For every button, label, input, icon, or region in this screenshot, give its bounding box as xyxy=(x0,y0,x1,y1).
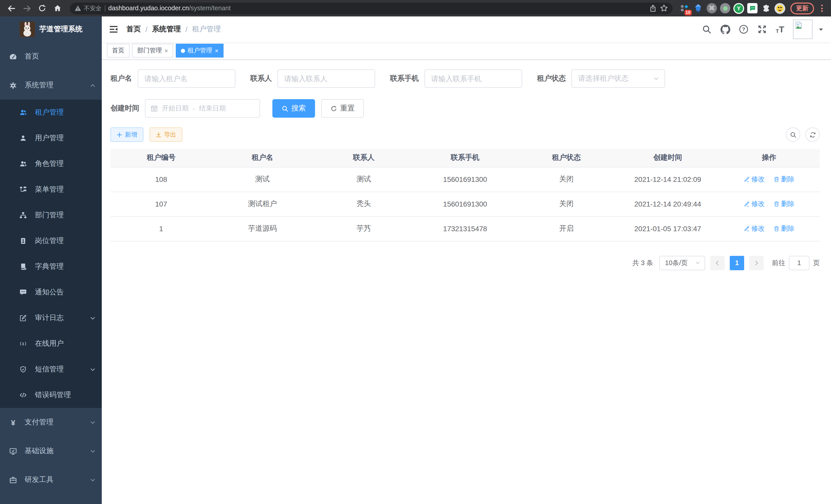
profile-avatar-icon[interactable] xyxy=(774,3,785,13)
sidebar-item-label: 短信管理 xyxy=(35,365,90,374)
browser-forward-icon[interactable] xyxy=(21,2,33,14)
browser-update-button[interactable]: 更新 xyxy=(791,2,814,14)
sidebar-item-dev-tools[interactable]: 研发工具 xyxy=(0,466,102,494)
sidebar-item-home[interactable]: 首页 xyxy=(0,42,102,71)
table-row: 108 测试 测试 15601691300 关闭 2021-12-14 21:0… xyxy=(111,167,820,191)
user-avatar[interactable] xyxy=(793,20,812,39)
table-row: 1 芋道源码 芋艿 17321315478 开启 2021-01-05 17:0… xyxy=(111,216,820,241)
page-number-1[interactable]: 1 xyxy=(730,256,744,270)
extension-grid-icon[interactable]: 10 xyxy=(679,3,690,13)
avatar-caret-icon[interactable] xyxy=(818,26,824,32)
field-label: 租户状态 xyxy=(537,74,566,83)
breadcrumb-system[interactable]: 系统管理 xyxy=(152,25,181,34)
delete-link[interactable]: 删除 xyxy=(773,199,795,209)
sidebar-item-infrastructure[interactable]: 基础设施 xyxy=(0,437,102,466)
edit-link[interactable]: 修改 xyxy=(744,175,765,184)
edit-link[interactable]: 修改 xyxy=(744,224,765,233)
bookmark-star-icon[interactable] xyxy=(660,4,668,12)
sidebar-item-posts[interactable]: 岗位管理 xyxy=(0,228,102,254)
extension-dot-icon[interactable] xyxy=(720,3,730,13)
date-range-picker[interactable]: 开始日期 - 结束日期 xyxy=(145,99,260,118)
edit-link[interactable]: 修改 xyxy=(744,199,765,209)
url-bar[interactable]: 不安全 dashboard.yudao.iocoder.cn/system/te… xyxy=(70,2,673,14)
sidebar-item-sms[interactable]: 短信管理 xyxy=(0,357,102,382)
toggle-search-button[interactable] xyxy=(786,127,800,142)
extension-gem-icon[interactable] xyxy=(693,3,704,13)
delete-link[interactable]: 删除 xyxy=(773,224,795,233)
browser-home-icon[interactable] xyxy=(51,2,64,14)
sidebar-item-users[interactable]: 用户管理 xyxy=(0,125,102,151)
col-contact: 联系人 xyxy=(313,149,414,167)
status-select[interactable]: 请选择租户状态 xyxy=(571,69,665,88)
extension-chat-icon[interactable] xyxy=(747,3,757,13)
site-security[interactable]: 不安全 xyxy=(75,4,102,12)
sidebar-submenu-system: 租户管理 用户管理 角色管理 xyxy=(0,100,102,408)
breadcrumb-separator: / xyxy=(185,25,188,33)
cell-contact: 测试 xyxy=(313,167,414,191)
sidebar-item-payment[interactable]: ¥ 支付管理 xyxy=(0,408,102,437)
search-button[interactable]: 搜索 xyxy=(273,99,315,118)
phone-input[interactable] xyxy=(425,69,522,88)
contact-input[interactable] xyxy=(278,69,375,88)
edit-label: 修改 xyxy=(751,175,765,184)
sidebar-item-system[interactable]: 系统管理 xyxy=(0,71,102,100)
page-size-select[interactable]: 10条/页 xyxy=(659,256,705,270)
close-icon[interactable]: × xyxy=(215,47,219,54)
gear-icon xyxy=(9,82,17,89)
export-button[interactable]: 导出 xyxy=(149,127,182,142)
github-icon[interactable] xyxy=(720,24,730,34)
tab-departments[interactable]: 部门管理 × xyxy=(132,44,173,58)
font-size-icon[interactable]: TT xyxy=(776,25,784,34)
close-icon[interactable]: × xyxy=(165,47,168,54)
tab-home[interactable]: 首页 xyxy=(107,44,130,58)
cell-status: 关闭 xyxy=(516,191,617,216)
search-form-row-1: 租户名 联系人 联系手机 租户状态 请选择租户状态 xyxy=(111,69,820,88)
delete-link[interactable]: 删除 xyxy=(773,175,795,184)
sidebar-item-departments[interactable]: 部门管理 xyxy=(0,202,102,228)
cell-status: 关闭 xyxy=(516,167,617,191)
calendar-icon xyxy=(150,105,158,112)
sidebar-item-error-codes[interactable]: 错误码管理 xyxy=(0,382,102,408)
next-page-button[interactable] xyxy=(749,256,764,270)
dashboard-icon xyxy=(9,53,17,60)
browser-back-icon[interactable] xyxy=(5,2,18,14)
help-icon[interactable]: ? xyxy=(739,24,748,34)
share-icon[interactable] xyxy=(649,4,657,12)
add-button[interactable]: 新增 xyxy=(111,127,143,142)
sidebar-item-online-users[interactable]: 在线用户 xyxy=(0,331,102,357)
tab-tenant[interactable]: 租户管理 × xyxy=(176,44,224,58)
breadcrumb-home[interactable]: 首页 xyxy=(126,25,141,34)
app-logo[interactable]: 芋道管理系统 xyxy=(0,17,102,42)
sidebar-item-audit-log[interactable]: 审计日志 xyxy=(0,305,102,331)
header-search-icon[interactable] xyxy=(702,24,712,34)
tabs-bar: 首页 部门管理 × 租户管理 × xyxy=(102,42,831,60)
browser-menu-icon[interactable] xyxy=(817,5,826,12)
refresh-table-button[interactable] xyxy=(805,127,820,142)
sidebar-menu: 首页 系统管理 租户管理 xyxy=(0,42,102,494)
sidebar-item-tenant[interactable]: 租户管理 xyxy=(0,100,102,125)
reset-button[interactable]: 重置 xyxy=(321,99,364,118)
sidebar-item-dictionary[interactable]: 字典管理 xyxy=(0,254,102,279)
fullscreen-icon[interactable] xyxy=(757,24,767,34)
sidebar-item-menus[interactable]: 菜单管理 xyxy=(0,177,102,202)
divider xyxy=(105,5,105,11)
cell-tenant-id: 108 xyxy=(111,167,212,191)
tenant-name-input[interactable] xyxy=(138,69,235,88)
sidebar-collapse-icon[interactable] xyxy=(109,25,118,34)
cell-phone: 15601691300 xyxy=(414,191,516,216)
navbar: 首页 / 系统管理 / 租户管理 ? xyxy=(102,17,831,42)
start-date-placeholder: 开始日期 xyxy=(162,104,189,113)
prev-page-button[interactable] xyxy=(710,256,725,270)
sidebar-item-announcements[interactable]: 通知公告 xyxy=(0,279,102,305)
browser-reload-icon[interactable] xyxy=(36,2,48,14)
col-tenant-id: 租户编号 xyxy=(111,149,212,167)
extension-command-icon[interactable]: ⌘ xyxy=(707,3,717,13)
chevron-right-icon xyxy=(753,260,760,266)
extensions-puzzle-icon[interactable] xyxy=(761,3,771,13)
sidebar-item-label: 租户管理 xyxy=(35,108,95,117)
delete-label: 删除 xyxy=(781,224,795,233)
sidebar-item-roles[interactable]: 角色管理 xyxy=(0,151,102,177)
extension-y-icon[interactable]: Y xyxy=(733,3,744,13)
search-icon xyxy=(790,131,796,138)
goto-page-input[interactable] xyxy=(789,256,809,270)
